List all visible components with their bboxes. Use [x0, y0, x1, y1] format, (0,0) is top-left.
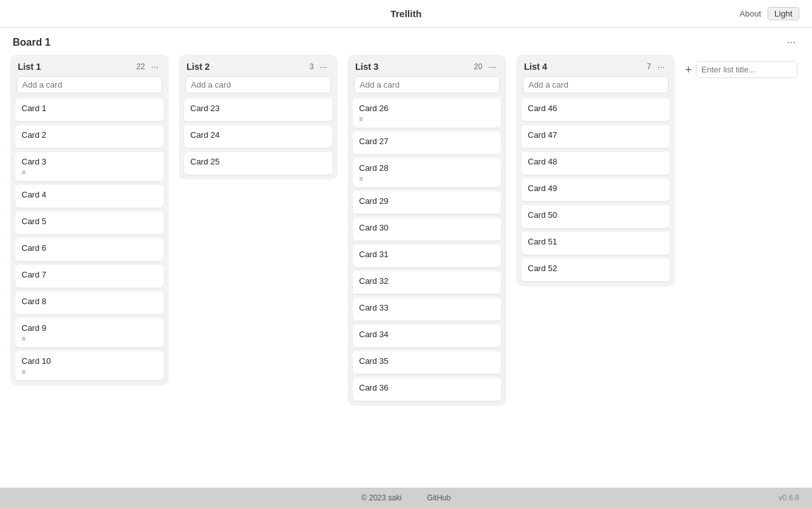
card[interactable]: Card 50 — [521, 205, 670, 228]
card[interactable]: Card 24 — [184, 125, 332, 148]
card-name: Card 9 — [22, 323, 157, 333]
add-card-input-list2[interactable] — [185, 76, 331, 93]
card[interactable]: Card 32 — [353, 271, 501, 294]
card[interactable]: Card 10≡ — [15, 351, 164, 380]
card-description-icon: ≡ — [22, 168, 157, 176]
app-title: Trellith — [390, 8, 421, 19]
card[interactable]: Card 46 — [521, 98, 670, 121]
card-name: Card 27 — [359, 137, 495, 146]
card-name: Card 48 — [528, 157, 664, 166]
list-menu-button-list3[interactable]: ··· — [486, 61, 499, 72]
add-card-input-list1[interactable] — [16, 76, 162, 93]
list-count-list1: 22 — [136, 62, 145, 71]
card-description-icon: ≡ — [22, 335, 157, 342]
board-wrapper: Board 1 ··· List 122···Card 1Card 2Card … — [0, 28, 812, 488]
list-menu-button-list4[interactable]: ··· — [655, 61, 667, 72]
card-name: Card 24 — [190, 130, 326, 140]
card[interactable]: Card 48 — [521, 152, 670, 175]
list-header-list1: List 122··· — [10, 55, 169, 76]
card-description-icon: ≡ — [359, 115, 495, 123]
card[interactable]: Card 7 — [15, 265, 164, 288]
about-button[interactable]: About — [740, 9, 761, 18]
add-list-button[interactable]: + — [685, 64, 692, 76]
card-name: Card 5 — [22, 217, 157, 226]
card[interactable]: Card 5 — [15, 211, 164, 234]
card-name: Card 4 — [22, 190, 157, 199]
card[interactable]: Card 8 — [15, 291, 164, 314]
list-title-list1: List 1 — [18, 62, 133, 72]
card[interactable]: Card 25 — [184, 152, 332, 175]
list-title-list3: List 3 — [355, 62, 470, 72]
card[interactable]: Card 31 — [353, 244, 501, 267]
card-name: Card 32 — [359, 276, 495, 286]
cards-area-list4: Card 46Card 47Card 48Card 49Card 50Card … — [516, 98, 675, 286]
list-menu-button-list2[interactable]: ··· — [317, 61, 330, 72]
board-menu-button[interactable]: ··· — [783, 36, 799, 50]
card-name: Card 46 — [528, 104, 664, 113]
card[interactable]: Card 33 — [353, 298, 501, 321]
card-name: Card 36 — [359, 383, 495, 392]
app-header: Trellith About Light — [0, 0, 812, 28]
light-mode-button[interactable]: Light — [768, 7, 799, 20]
card-name: Card 31 — [359, 250, 495, 259]
card[interactable]: Card 34 — [353, 324, 501, 347]
add-card-input-list4[interactable] — [523, 76, 669, 93]
card[interactable]: Card 47 — [521, 125, 670, 148]
card-name: Card 52 — [528, 264, 664, 273]
card[interactable]: Card 26≡ — [353, 98, 501, 128]
list-list4: List 47···Card 46Card 47Card 48Card 49Ca… — [516, 55, 675, 286]
list-count-list4: 7 — [647, 62, 652, 71]
card[interactable]: Card 52 — [521, 258, 670, 281]
card-name: Card 1 — [22, 104, 157, 113]
card[interactable]: Card 6 — [15, 238, 164, 261]
card-name: Card 26 — [359, 104, 495, 113]
card-description-icon: ≡ — [22, 368, 157, 375]
footer-copyright: © 2023 saki — [362, 493, 402, 502]
card-name: Card 8 — [22, 297, 157, 306]
card-name: Card 34 — [359, 330, 495, 339]
card[interactable]: Card 49 — [521, 178, 670, 201]
card-name: Card 25 — [190, 157, 326, 166]
card-name: Card 6 — [22, 243, 157, 253]
card-name: Card 51 — [528, 237, 664, 246]
card[interactable]: Card 9≡ — [15, 318, 164, 347]
card-name: Card 29 — [359, 196, 495, 206]
card-name: Card 50 — [528, 210, 664, 220]
card[interactable]: Card 30 — [353, 218, 501, 241]
card[interactable]: Card 51 — [521, 232, 670, 255]
new-list-input[interactable] — [696, 61, 797, 78]
new-list-area: + — [685, 55, 812, 78]
board-header: Board 1 ··· — [0, 28, 812, 55]
add-card-input-list3[interactable] — [354, 76, 500, 93]
card[interactable]: Card 3≡ — [15, 152, 164, 181]
list-title-list2: List 2 — [187, 62, 306, 72]
card-name: Card 49 — [528, 184, 664, 193]
footer-inner: © 2023 saki GitHub v0.6.8 — [0, 493, 812, 502]
card-description-icon: ≡ — [359, 175, 495, 182]
list-menu-button-list1[interactable]: ··· — [148, 61, 161, 72]
list-list3: List 320···Card 26≡Card 27Card 28≡Card 2… — [348, 55, 506, 406]
card[interactable]: Card 4 — [15, 185, 164, 208]
list-list1: List 122···Card 1Card 2Card 3≡Card 4Card… — [10, 55, 169, 385]
card[interactable]: Card 27 — [353, 131, 501, 154]
list-header-list2: List 23··· — [179, 55, 337, 76]
card[interactable]: Card 28≡ — [353, 158, 501, 187]
board-title: Board 1 — [13, 37, 51, 48]
card[interactable]: Card 29 — [353, 191, 501, 214]
card[interactable]: Card 2 — [15, 125, 164, 148]
list-count-list3: 20 — [474, 62, 482, 71]
card-name: Card 30 — [359, 223, 495, 232]
cards-area-list1: Card 1Card 2Card 3≡Card 4Card 5Card 6Car… — [10, 98, 169, 385]
cards-area-list2: Card 23Card 24Card 25 — [179, 98, 337, 180]
card[interactable]: Card 1 — [15, 98, 164, 121]
card-name: Card 3 — [22, 157, 157, 166]
card-name: Card 2 — [22, 130, 157, 140]
card-name: Card 10 — [22, 356, 157, 366]
card[interactable]: Card 36 — [353, 378, 501, 401]
header-actions: About Light — [740, 7, 799, 20]
card-name: Card 7 — [22, 270, 157, 279]
card[interactable]: Card 23 — [184, 98, 332, 121]
cards-area-list3: Card 26≡Card 27Card 28≡Card 29Card 30Car… — [348, 98, 506, 406]
card[interactable]: Card 35 — [353, 351, 501, 374]
footer-github[interactable]: GitHub — [427, 493, 450, 502]
